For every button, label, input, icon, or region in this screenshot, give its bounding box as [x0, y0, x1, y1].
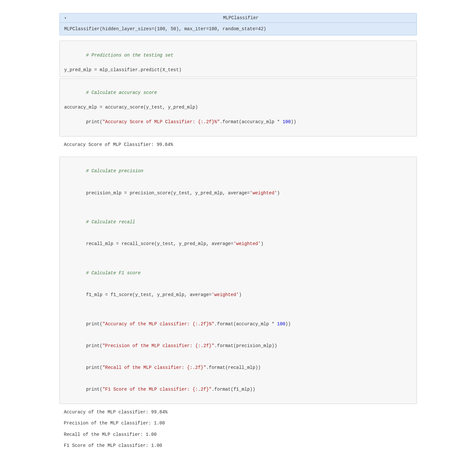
print-recall-line: print("Recall of the MLP classifier: {:.…	[64, 357, 412, 379]
metrics-output-line1: Accuracy of the MLP classifier: 99.84%	[64, 407, 412, 418]
format-call: .format(accuracy_mlp *	[220, 119, 282, 124]
notebook-container: ▾ MLPClassifier MLPClassifier(hidden_lay…	[59, 6, 417, 464]
metrics-output: Accuracy of the MLP classifier: 99.84% P…	[59, 405, 417, 453]
recall-line: recall_mlp = recall_score(y_test, y_pred…	[64, 233, 412, 255]
mlp-title: MLPClassifier	[70, 15, 412, 20]
mlp-classifier-cell[interactable]: ▾ MLPClassifier MLPClassifier(hidden_lay…	[59, 13, 417, 35]
print-f1-line: print("F1 Score of the MLP classifier: {…	[64, 379, 412, 400]
predictions-line1: y_pred_mlp = mlp_classifier.predict(X_te…	[64, 66, 412, 73]
metrics-output-line2: Precision of the MLP classifier: 1.00	[64, 418, 412, 429]
f1-comment: # Calculate F1 score	[64, 262, 412, 284]
metrics-code: # Calculate precision precision_mlp = pr…	[60, 157, 417, 404]
mlp-body: MLPClassifier(hidden_layer_sizes=(100, 5…	[60, 23, 417, 35]
print-precision-line: print("Precision of the MLP classifier: …	[64, 335, 412, 357]
print-keyword: print(	[86, 119, 102, 124]
precision-line: precision_mlp = precision_score(y_test, …	[64, 182, 412, 204]
accuracy-output-text: Accuracy Score of MLP Classifier: 99.84%	[64, 139, 412, 150]
metrics-output-line4: F1 Score of the MLP classifier: 1.00	[64, 440, 412, 451]
predictions-code: # Predictions on the testing set y_pred_…	[60, 41, 417, 77]
precision-comment: # Calculate precision	[64, 160, 412, 182]
mlp-body-text: MLPClassifier(hidden_layer_sizes=(100, 5…	[64, 26, 266, 32]
accuracy-code: # Calculate accuracy score accuracy_mlp …	[60, 79, 417, 136]
multiplier: 100	[283, 119, 291, 124]
accuracy-output: Accuracy Score of MLP Classifier: 99.84%	[59, 138, 417, 151]
metrics-output-line3: Recall of the MLP classifier: 1.00	[64, 429, 412, 440]
mlp-header-top: ▾ MLPClassifier	[60, 13, 417, 23]
recall-comment: # Calculate recall	[64, 211, 412, 233]
metrics-cell[interactable]: # Calculate precision precision_mlp = pr…	[59, 157, 417, 404]
accuracy-print-line: print("Accuracy Score of MLP Classifier:…	[64, 111, 412, 133]
f1-line: f1_mlp = f1_score(y_test, y_pred_mlp, av…	[64, 284, 412, 306]
print-accuracy-line: print("Accuracy of the MLP classifier: {…	[64, 313, 412, 335]
accuracy-line1: accuracy_mlp = accuracy_score(y_test, y_…	[64, 104, 412, 111]
accuracy-comment: # Calculate accuracy score	[64, 82, 412, 104]
accuracy-string: "Accuracy Score of MLP Classifier: {:.2f…	[102, 119, 220, 124]
predictions-cell[interactable]: # Predictions on the testing set y_pred_…	[59, 41, 417, 77]
predictions-comment: # Predictions on the testing set	[64, 44, 412, 66]
collapse-arrow-icon[interactable]: ▾	[64, 16, 67, 20]
accuracy-cell[interactable]: # Calculate accuracy score accuracy_mlp …	[59, 78, 417, 136]
